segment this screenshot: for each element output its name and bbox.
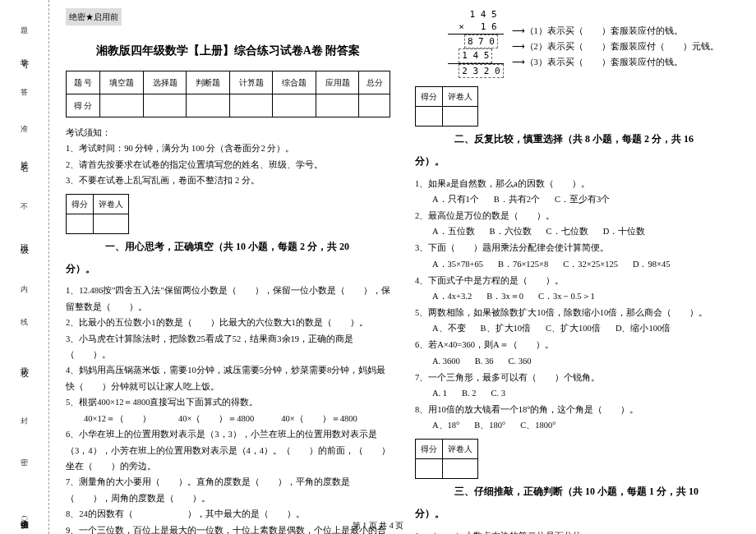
s2-q5: 5、两数相除，如果被除数扩大10倍，除数缩小10倍，那么商会（ ）。 — [415, 305, 740, 320]
th-num: 题 号 — [67, 71, 100, 94]
arrow-icon: ⟶ — [512, 25, 525, 35]
content-area: 绝密★启用前 湘教版四年级数学【上册】综合练习试卷A卷 附答案 题 号 填空题 … — [49, 0, 756, 534]
arrow-icon: ⟶ — [512, 57, 525, 67]
notice-heading: 考试须知： — [66, 124, 390, 141]
exam-title: 湘教版四年级数学【上册】综合练习试卷A卷 附答案 — [66, 40, 390, 62]
s2-q2: 2、最高位是万位的数是（ ）。 — [415, 208, 740, 223]
th-fill: 填空题 — [100, 71, 144, 94]
secret-label: 绝密★启用前 — [66, 8, 122, 25]
s2-q7: 7、一个三角形，最多可以有（ ）个锐角。 — [415, 370, 740, 385]
section1-tail: 分）。 — [66, 260, 390, 279]
th-comp: 综合题 — [273, 71, 316, 94]
section3-tail: 分）。 — [415, 504, 740, 523]
binding-margin: 乡镇（街道） 密 封 学 校 线 内 班 级 不 姓 名 准 答 学 号 题 — [0, 0, 49, 534]
calc-p3: 2 3 2 0 — [448, 64, 504, 78]
s1-q5: 5、根据400×12＝4800直接写出下面算式的得数。 — [66, 394, 390, 410]
s2-q3: 3、下面（ ）题用乘法分配律会使计算简便。 — [415, 240, 740, 255]
s1-q7: 7、测量角的大小要用（ ）。直角的度数是（ ），平角的度数是（ ），周角的度数是… — [66, 474, 390, 506]
tr-score: 得 分 — [67, 94, 100, 117]
calc-note2: ⟶（2）表示买（ ）套服装应付（ ）元钱。 — [512, 39, 719, 54]
s3-q1: 1、（ ）小数点右边的第二位是百分位。 — [415, 528, 740, 534]
s1-q4: 4、妈妈用高压锅蒸米饭，需要10分钟，减压需要5分钟，炒菜需要8分钟，妈妈最快（… — [66, 362, 390, 394]
s2-q4: 4、下面式子中是方程的是（ ）。 — [415, 273, 740, 288]
left-column: 绝密★启用前 湘教版四年级数学【上册】综合练习试卷A卷 附答案 题 号 填空题 … — [53, 8, 403, 526]
section1-score-box: 得分评卷人 — [66, 194, 129, 234]
s1-q5b: 40×12＝（ ） 40×（ ）＝4800 40×（ ）＝4800 — [66, 411, 390, 426]
vertical-calc: 1 4 5 × 1 6 8 7 0 1 4 5 2 3 2 0 ⟶（1）表示买（… — [415, 8, 740, 81]
margin-class: 班 级 — [19, 237, 30, 239]
page-footer: 第 1 页 共 4 页 — [353, 520, 404, 532]
notice-1: 1、考试时间：90 分钟，满分为 100 分（含卷面分2 分）。 — [66, 140, 390, 156]
calc-p1: 8 7 0 — [448, 35, 504, 48]
s1-q3: 3、小马虎在计算除法时，把除数25看成了52，结果商3余19，正确的商是（ ）。 — [66, 331, 390, 363]
th-choice: 选择题 — [143, 71, 187, 94]
th-total: 总分 — [359, 71, 390, 94]
th-calc: 计算题 — [229, 71, 273, 94]
calc-p2: 1 4 5 — [448, 48, 504, 63]
calc-l2: × 1 6 — [448, 21, 504, 34]
arrow-icon: ⟶ — [512, 41, 525, 51]
section2-tail: 分）。 — [415, 152, 740, 171]
section3-score-box: 得分评卷人 — [415, 439, 478, 479]
right-column: 1 4 5 × 1 6 8 7 0 1 4 5 2 3 2 0 ⟶（1）表示买（… — [403, 8, 752, 526]
s2-q1: 1、如果a是自然数，那么a的因数（ ）。 — [415, 176, 740, 191]
section3-title: 三、仔细推敲，正确判断（共 10 小题，每题 1 分，共 10 — [415, 482, 740, 501]
s1-q9: 9、一个三位数，百位上是最大的一位数，十位上素数是偶数，个位上是最小的合数，这个… — [66, 522, 390, 534]
margin-id: 学 号 — [19, 52, 30, 54]
s2-q8: 8、用10倍的放大镜看一个18°的角，这个角是（ ）。 — [415, 402, 740, 417]
calc-note1: ⟶（1）表示买（ ）套服装应付的钱。 — [512, 23, 719, 39]
section2-title: 二、反复比较，慎重选择（共 8 小题，每题 2 分，共 16 — [415, 130, 740, 149]
s1-q8: 8、24的因数有（ ），其中最大的是（ ）。 — [66, 506, 390, 522]
th-app: 应用题 — [316, 71, 359, 94]
margin-school: 学 校 — [19, 360, 30, 362]
score-summary-table: 题 号 填空题 选择题 判断题 计算题 综合题 应用题 总分 得 分 — [66, 71, 390, 117]
s2-q6: 6、若A×40=360，则A＝（ ）。 — [415, 337, 740, 352]
calc-l1: 1 4 5 — [448, 8, 504, 21]
th-judge: 判断题 — [187, 71, 230, 94]
section2-score-box: 得分评卷人 — [415, 86, 478, 127]
section1-title: 一、用心思考，正确填空（共 10 小题，每题 2 分，共 20 — [66, 237, 390, 256]
s1-q1: 1、12.486按"四舍五入法"保留两位小数是（ ），保留一位小数是（ ），保留… — [66, 283, 390, 315]
calc-note3: ⟶（3）表示买（ ）套服装应付的钱。 — [512, 54, 719, 70]
notice-3: 3、不要在试卷上乱写乱画，卷面不整洁扣 2 分。 — [66, 173, 390, 188]
notice-2: 2、请首先按要求在试卷的指定位置填写您的姓名、班级、学号。 — [66, 157, 390, 173]
margin-name: 姓 名 — [19, 154, 30, 157]
s1-q6: 6、小华在班上的位置用数对表示是（3，3），小兰在班上的位置用数对表示是（3，4… — [66, 426, 390, 474]
s1-q2: 2、比最小的五位数小1的数是（ ）比最大的六位数大1的数是（ ）。 — [66, 315, 390, 330]
